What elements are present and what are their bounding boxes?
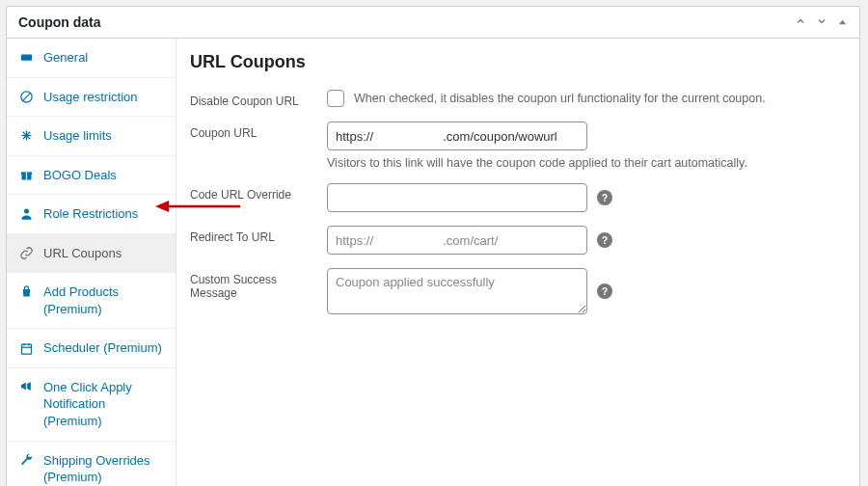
bag-icon — [18, 284, 34, 299]
sidebar-item-usage-restriction[interactable]: Usage restriction — [7, 78, 176, 118]
svg-line-3 — [22, 93, 31, 101]
block-icon — [18, 89, 34, 104]
svg-rect-12 — [21, 344, 31, 354]
sidebar-item-url-coupons[interactable]: URL Coupons — [7, 234, 176, 274]
code-url-override-input[interactable] — [327, 183, 587, 212]
megaphone-icon — [18, 379, 34, 394]
sidebar-item-label: BOGO Deals — [43, 167, 117, 184]
panel-body: General Usage restriction Usage limits B… — [7, 39, 859, 486]
panel-toggles — [795, 15, 848, 30]
coupon-data-panel: Coupon data General — [6, 6, 860, 486]
svg-point-11 — [24, 209, 29, 214]
panel-header: Coupon data — [7, 7, 859, 39]
label-coupon-url: Coupon URL — [190, 122, 327, 140]
main-content: URL Coupons Disable Coupon URL When chec… — [176, 39, 859, 486]
sidebar-item-label: Add Products (Premium) — [43, 284, 164, 317]
sidebar-item-label: Usage restriction — [43, 89, 138, 106]
redirect-to-url-input[interactable] — [327, 226, 587, 255]
label-redirect-to-url: Redirect To URL — [190, 226, 327, 244]
sidebar-item-shipping-overrides[interactable]: Shipping Overrides (Premium) — [7, 442, 176, 486]
sidebar-item-scheduler[interactable]: Scheduler (Premium) — [7, 329, 176, 368]
row-custom-success-message: Custom Success Message ? — [190, 268, 840, 314]
sidebar-item-label: General — [43, 49, 88, 67]
sidebar-item-label: Usage limits — [43, 127, 112, 145]
coupon-url-input[interactable] — [327, 122, 587, 150]
disable-coupon-url-checkbox[interactable] — [327, 90, 344, 107]
link-icon — [18, 246, 34, 261]
sidebar-item-label: Scheduler (Premium) — [43, 339, 162, 357]
disable-coupon-url-help: When checked, it disables the coupon url… — [354, 92, 766, 105]
calendar-icon — [18, 340, 34, 356]
sidebar: General Usage restriction Usage limits B… — [7, 39, 176, 486]
sidebar-item-usage-limits[interactable]: Usage limits — [7, 117, 176, 156]
collapse-up-icon[interactable] — [795, 15, 806, 30]
custom-success-message-textarea[interactable] — [327, 268, 587, 314]
help-icon[interactable]: ? — [597, 284, 612, 299]
help-icon[interactable]: ? — [597, 190, 612, 205]
sidebar-item-label: Role Restrictions — [43, 205, 138, 223]
label-code-url-override: Code URL Override — [190, 183, 327, 202]
sidebar-item-one-click-apply[interactable]: One Click Apply Notification (Premium) — [7, 368, 176, 442]
row-disable-coupon-url: Disable Coupon URL When checked, it disa… — [190, 90, 840, 108]
wrench-icon — [18, 452, 34, 468]
sidebar-item-add-products[interactable]: Add Products (Premium) — [7, 273, 176, 329]
limits-icon — [18, 128, 34, 144]
coupon-url-help: Visitors to this link will have the coup… — [327, 156, 747, 170]
sidebar-item-label: One Click Apply Notification (Premium) — [43, 379, 164, 430]
user-icon — [18, 206, 34, 222]
row-redirect-to-url: Redirect To URL ? — [190, 226, 840, 255]
svg-rect-1 — [20, 55, 31, 61]
gift-icon — [18, 167, 34, 182]
page-heading: URL Coupons — [190, 52, 840, 72]
sidebar-item-bogo-deals[interactable]: BOGO Deals — [7, 156, 176, 196]
row-coupon-url: Coupon URL Visitors to this link will ha… — [190, 122, 840, 170]
svg-marker-0 — [839, 19, 846, 24]
label-custom-success-message: Custom Success Message — [190, 268, 327, 300]
row-code-url-override: Code URL Override ? — [190, 183, 840, 212]
sidebar-item-label: URL Coupons — [43, 245, 122, 262]
sidebar-item-role-restrictions[interactable]: Role Restrictions — [7, 195, 176, 234]
label-disable-coupon-url: Disable Coupon URL — [190, 90, 327, 108]
help-icon[interactable]: ? — [597, 232, 612, 248]
svg-rect-10 — [25, 172, 26, 179]
panel-title: Coupon data — [18, 14, 101, 30]
sidebar-item-general[interactable]: General — [7, 39, 176, 78]
panel-toggle-icon[interactable] — [837, 15, 848, 30]
ticket-icon — [18, 50, 34, 66]
expand-down-icon[interactable] — [816, 15, 827, 30]
sidebar-item-label: Shipping Overrides (Premium) — [43, 452, 164, 486]
